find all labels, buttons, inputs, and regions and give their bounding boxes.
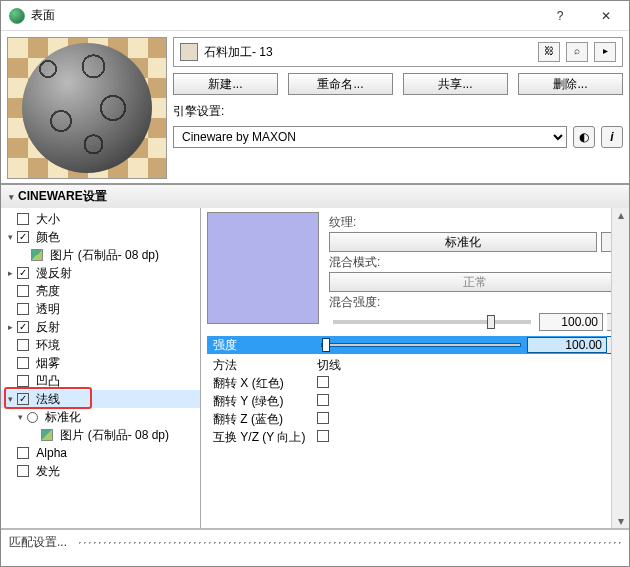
image-icon (41, 429, 53, 441)
material-name-bar: 石料加工- 13 ⛓ ⌕ ▸ (173, 37, 623, 67)
section-title: CINEWARE设置 (18, 188, 107, 205)
app-icon (9, 8, 25, 24)
image-icon (31, 249, 43, 261)
engine-select[interactable]: Cineware by MAXON (173, 126, 567, 148)
close-button[interactable]: ✕ (583, 1, 629, 31)
blendmode-button[interactable]: 正常 (329, 272, 621, 292)
intensity-row: 强度 ▴▾ (207, 336, 621, 354)
checkbox-reflect[interactable] (17, 321, 29, 333)
search-icon[interactable]: ⌕ (566, 42, 588, 62)
engine-icon[interactable]: ◐ (573, 126, 595, 148)
label-blendstrength: 混合强度: (329, 294, 380, 311)
engine-info-icon[interactable]: i (601, 126, 623, 148)
tree-normalize[interactable]: 标准化 (45, 409, 81, 426)
label-flipx: 翻转 X (红色) (207, 375, 317, 392)
tree-glow[interactable]: 发光 (36, 463, 60, 480)
properties-panel: 纹理: 标准化 混合模式: 正常 混合强度: 100.00 ▴▾ 强度 ▴▾ 方… (201, 208, 629, 528)
tree-color[interactable]: 颜色 (36, 229, 60, 246)
checkbox-transparent[interactable] (17, 303, 29, 315)
chevron-down-icon: ▾ (9, 192, 14, 202)
intensity-slider[interactable] (321, 343, 521, 347)
section-header[interactable]: ▾ CINEWARE设置 (1, 185, 629, 208)
checkbox-glow[interactable] (17, 465, 29, 477)
value-method[interactable]: 切线 (317, 357, 429, 374)
blend-value[interactable]: 100.00 (539, 313, 603, 331)
share-button[interactable]: 共享... (403, 73, 508, 95)
window-title: 表面 (31, 7, 537, 24)
checkbox-diffuse[interactable] (17, 267, 29, 279)
tree-diffuse[interactable]: 漫反射 (36, 265, 72, 282)
checkbox-color[interactable] (17, 231, 29, 243)
tree-bump[interactable]: 凹凸 (36, 373, 60, 390)
checkbox-normal[interactable] (17, 393, 29, 405)
label-swapyz: 互换 Y/Z (Y 向上) (207, 429, 317, 446)
tree-img-color[interactable]: 图片 (石制品- 08 dp) (50, 247, 159, 264)
help-button[interactable]: ? (537, 1, 583, 31)
tree-img-normal[interactable]: 图片 (石制品- 08 dp) (60, 427, 169, 444)
normalize-button[interactable]: 标准化 (329, 232, 597, 252)
new-button[interactable]: 新建... (173, 73, 278, 95)
tree-transparent[interactable]: 透明 (36, 301, 60, 318)
title-bar: 表面 ? ✕ (1, 1, 629, 31)
match-settings[interactable]: 匹配设置... (9, 534, 67, 551)
menu-icon[interactable]: ▸ (594, 42, 616, 62)
texture-preview[interactable] (207, 212, 319, 324)
blend-slider[interactable] (333, 320, 531, 324)
label-intensity: 强度 (207, 337, 315, 354)
tree-normal[interactable]: 法线 (36, 391, 60, 408)
label-flipy: 翻转 Y (绿色) (207, 393, 317, 410)
material-name[interactable]: 石料加工- 13 (204, 44, 532, 61)
engine-label: 引擎设置: (173, 103, 623, 120)
checkbox-flipz[interactable] (317, 412, 329, 424)
label-method: 方法 (207, 357, 317, 374)
rename-button[interactable]: 重命名... (288, 73, 393, 95)
resize-grip[interactable] (77, 540, 621, 546)
checkbox-flipx[interactable] (317, 376, 329, 388)
checkbox-flipy[interactable] (317, 394, 329, 406)
checkbox-swapyz[interactable] (317, 430, 329, 442)
tree-alpha[interactable]: Alpha (36, 446, 67, 460)
tree-reflect[interactable]: 反射 (36, 319, 60, 336)
checkbox-environment[interactable] (17, 339, 29, 351)
checkbox-bump[interactable] (17, 375, 29, 387)
tree-environment[interactable]: 环境 (36, 337, 60, 354)
tree-size[interactable]: 大小 (36, 211, 60, 228)
link-icon[interactable]: ⛓ (538, 42, 560, 62)
channel-tree[interactable]: 大小 ▾ 颜色 图片 (石制品- 08 dp) ▸ 漫反射 亮度 透明 ▸ 反射… (1, 208, 201, 528)
checkbox-brightness[interactable] (17, 285, 29, 297)
label-texture: 纹理: (329, 214, 356, 231)
checkbox-alpha[interactable] (17, 447, 29, 459)
intensity-value[interactable] (527, 337, 607, 353)
scrollbar-vertical[interactable]: ▴▾ (611, 208, 629, 528)
tree-fog[interactable]: 烟雾 (36, 355, 60, 372)
label-flipz: 翻转 Z (蓝色) (207, 411, 317, 428)
tree-brightness[interactable]: 亮度 (36, 283, 60, 300)
label-blendmode: 混合模式: (329, 254, 380, 271)
preview-sphere (22, 43, 152, 173)
checkbox-fog[interactable] (17, 357, 29, 369)
delete-button[interactable]: 删除... (518, 73, 623, 95)
material-preview (7, 37, 167, 179)
radio-normalize[interactable] (27, 412, 38, 423)
material-swatch (180, 43, 198, 61)
